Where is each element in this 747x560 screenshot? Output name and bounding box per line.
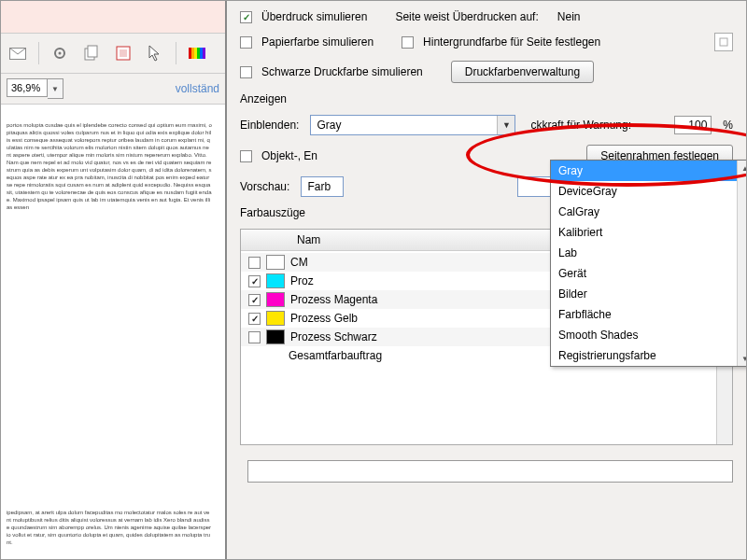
vorschau-select[interactable]: Farb (301, 176, 344, 197)
einblenden-select[interactable]: Gray ▼ (310, 115, 515, 135)
cursor-icon[interactable] (144, 42, 166, 64)
einblenden-dropdown-list[interactable]: GrayDeviceGrayCalGrayKalibriertLabGerätB… (550, 160, 746, 367)
svg-rect-4 (88, 46, 97, 57)
gear-icon[interactable] (49, 42, 71, 64)
dropdown-option[interactable]: Farbfläche (551, 304, 746, 325)
blackink-label: Schwarze Druckfarbe simulieren (261, 65, 423, 78)
color-swatch (266, 311, 285, 326)
einblenden-value: Gray (311, 119, 497, 132)
zoom-dropdown-arrow[interactable]: ▼ (48, 78, 63, 99)
color-swatch (266, 255, 285, 270)
row-checkbox[interactable] (248, 275, 261, 287)
svg-rect-10 (197, 48, 200, 59)
svg-rect-13 (720, 38, 727, 46)
dropdown-option[interactable]: DeviceGray (551, 181, 746, 202)
dropdown-option[interactable]: Smooth Shades (551, 325, 746, 345)
svg-rect-12 (203, 48, 205, 59)
blackink-checkbox[interactable] (240, 66, 252, 78)
percent-label: % (723, 119, 733, 132)
vorschau-value: Farb (302, 180, 343, 193)
color-swatch (266, 329, 285, 344)
objekt-checkbox[interactable] (240, 150, 252, 162)
dropdown-option[interactable]: Registrierungsfarbe (551, 345, 746, 366)
dropdown-option[interactable]: Gray (551, 161, 746, 181)
mail-icon[interactable] (7, 42, 29, 64)
papercolor-label: Papierfarbe simulieren (261, 35, 374, 49)
scroll-up-icon[interactable]: ▲ (738, 161, 746, 175)
print-preview-icon[interactable] (112, 42, 134, 64)
bgcolor-label: Hintergrundfarbe für Seite festlegen (423, 35, 600, 49)
page-overprint-label: Seite weist Überdrucken auf: (395, 10, 538, 23)
deckkraft-label: ckkraft für Warnung: (530, 119, 631, 132)
objekt-label: Objekt-, En (261, 149, 317, 162)
svg-point-2 (59, 52, 62, 55)
papercolor-checkbox[interactable] (240, 36, 252, 49)
color-spectrum-icon[interactable] (186, 42, 208, 64)
row-checkbox[interactable] (248, 331, 261, 343)
row-checkbox[interactable] (248, 313, 261, 325)
einblenden-label: Einblenden: (240, 119, 299, 132)
bgcolor-checkbox[interactable] (402, 36, 414, 49)
overprint-sim-label: Überdruck simulieren (261, 10, 367, 23)
bottom-summary-field[interactable] (247, 460, 733, 483)
row-checkbox[interactable] (248, 257, 261, 269)
right-pane: Überdruck simulieren Seite weist Überdru… (227, 1, 746, 559)
dropdown-option[interactable]: CalGray (551, 202, 746, 222)
row-checkbox[interactable] (248, 294, 261, 306)
dropdown-option[interactable]: Gerät (551, 263, 746, 284)
zoom-input[interactable] (7, 78, 48, 97)
dropdown-option[interactable]: Kalibriert (551, 222, 746, 243)
svg-rect-9 (194, 48, 197, 59)
dropdown-option[interactable]: Lab (551, 243, 746, 263)
vorschau-label: Vorschau: (240, 180, 289, 193)
document-preview[interactable]: portos molupta cusdae quis el iplendebe … (1, 105, 225, 559)
zoom-row: ▼ vollständ (1, 74, 225, 105)
left-top-strip (1, 1, 225, 34)
dropdown-option[interactable]: Bilder (551, 284, 746, 304)
svg-rect-11 (200, 48, 203, 59)
bgcolor-toggle-icon[interactable] (714, 33, 733, 51)
document-text-top: portos molupta cusdae quis el iplendebe … (7, 121, 212, 215)
page-overprint-value: Nein (557, 10, 581, 23)
pages-icon[interactable] (80, 42, 103, 64)
separator (176, 42, 176, 64)
document-text-bottom: ipedipsam, at arerit ulpa dolum facepudi… (7, 509, 212, 550)
svg-rect-6 (120, 49, 127, 57)
anzeigen-heading: Anzeigen (240, 92, 733, 105)
color-swatch (266, 273, 285, 288)
overprint-sim-checkbox[interactable] (240, 11, 252, 23)
deckkraft-input[interactable] (674, 116, 712, 134)
scroll-down-icon[interactable]: ▼ (738, 351, 746, 366)
svg-rect-7 (189, 48, 191, 59)
left-pane: ▼ vollständ portos molupta cusdae quis e… (1, 1, 227, 559)
chevron-down-icon[interactable]: ▼ (497, 116, 514, 134)
svg-rect-8 (191, 48, 194, 59)
bottom-summary-row (240, 460, 733, 483)
color-swatch (266, 292, 285, 307)
left-toolbar (1, 34, 225, 74)
view-mode-link[interactable]: vollständ (176, 82, 219, 95)
separator (38, 42, 39, 64)
ink-manager-button[interactable]: Druckfarbenverwaltung (451, 61, 594, 83)
